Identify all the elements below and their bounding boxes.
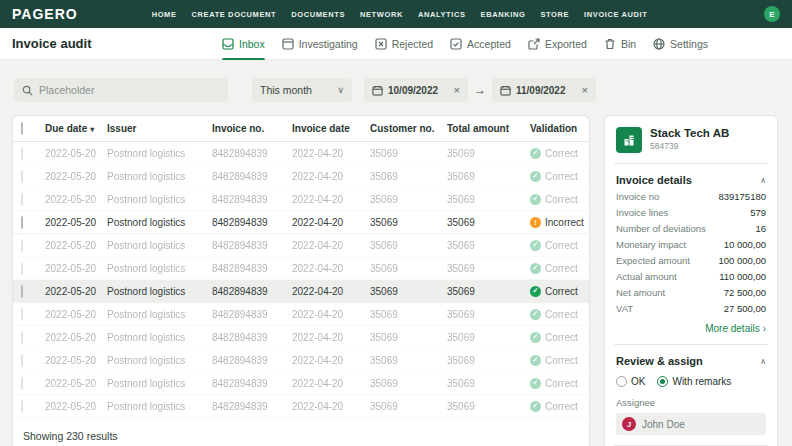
table-row[interactable]: 2022-05-20 Postnord logistics 8482894839… — [13, 211, 589, 234]
tab-bin[interactable]: Bin — [604, 28, 636, 60]
validation-status-icon: ✓ — [530, 401, 541, 412]
row-checkbox[interactable] — [21, 170, 23, 183]
column-issuer[interactable]: Issuer — [107, 123, 212, 134]
calendar-icon — [500, 85, 511, 96]
table-row[interactable]: 2022-05-20 Postnord logistics 8482894839… — [13, 165, 589, 188]
details-panel: Stack Tech AB 584739 Invoice details ∧ I… — [604, 115, 778, 446]
table-row[interactable]: 2022-05-20 Postnord logistics 8482894839… — [13, 188, 589, 211]
row-checkbox[interactable] — [21, 262, 23, 275]
table-row[interactable]: 2022-05-20 Postnord logistics 8482894839… — [13, 257, 589, 280]
table-row[interactable]: 2022-05-20 Postnord logistics 8482894839… — [13, 349, 589, 372]
column-validation[interactable]: Validation — [530, 123, 589, 134]
company-name: Stack Tech AB — [650, 127, 729, 139]
validation-status-icon: ✓ — [530, 378, 541, 389]
radio-icon — [616, 376, 627, 387]
collapse-icon[interactable]: ∧ — [760, 357, 766, 366]
filter-bar: Placeholder This month ∨ 10/09/2022 × → … — [14, 78, 602, 102]
company-header: Stack Tech AB 584739 — [616, 127, 766, 153]
detail-row: Monetary impact10 000,00 — [616, 239, 766, 250]
tab-investigating[interactable]: Investigating — [282, 28, 358, 60]
nav-item-documents[interactable]: DOCUMENTS — [291, 10, 345, 19]
column-due-date[interactable]: Due date▾ — [45, 123, 107, 134]
tab-accepted[interactable]: Accepted — [450, 28, 511, 60]
tab-settings[interactable]: Settings — [653, 28, 708, 60]
row-checkbox[interactable] — [21, 377, 23, 390]
settings-globe-icon — [653, 38, 665, 50]
validation-status-icon: ! — [530, 217, 541, 228]
clear-date-to-icon[interactable]: × — [582, 84, 588, 96]
validation-status-icon: ✓ — [530, 286, 541, 297]
detail-row: Number of deviations16 — [616, 223, 766, 234]
date-to-input[interactable]: 11/09/2022 × — [492, 78, 596, 102]
radio-ok[interactable]: OK — [616, 376, 645, 387]
table-row[interactable]: 2022-05-20 Postnord logistics 8482894839… — [13, 326, 589, 349]
pagero-logo: PAGERO — [12, 6, 78, 22]
detail-row: VAT27 500,00 — [616, 303, 766, 314]
select-all-checkbox[interactable] — [21, 122, 23, 135]
collapse-icon[interactable]: ∧ — [760, 176, 766, 185]
validation-status-icon: ✓ — [530, 171, 541, 182]
nav-item-invoice-audit[interactable]: INVOICE AUDIT — [584, 10, 647, 19]
invoice-details-list: Invoice no839175180Invoice lines579Numbe… — [616, 191, 766, 314]
review-assign-section-header: Review & assign ∧ — [616, 355, 766, 367]
nav-item-network[interactable]: NETWORK — [360, 10, 403, 19]
nav-item-analytics[interactable]: ANALYTICS — [418, 10, 466, 19]
tab-rejected[interactable]: Rejected — [375, 28, 433, 60]
validation-badge: ✓ Correct — [530, 355, 589, 366]
row-checkbox[interactable] — [21, 147, 23, 160]
table-row[interactable]: 2022-05-20 Postnord logistics 8482894839… — [13, 372, 589, 395]
assignee-chip[interactable]: J John Doe — [616, 413, 766, 435]
clear-date-from-icon[interactable]: × — [454, 84, 460, 96]
top-nav-menu: HOME CREATE DOCUMENT DOCUMENTS NETWORK A… — [152, 10, 648, 19]
validation-status-icon: ✓ — [530, 355, 541, 366]
column-invoice-no[interactable]: Invoice no. — [212, 123, 292, 134]
company-building-icon — [616, 127, 642, 153]
row-checkbox[interactable] — [21, 354, 23, 367]
table-row[interactable]: 2022-05-20 Postnord logistics 8482894839… — [13, 280, 589, 303]
assignee-name: John Doe — [642, 419, 685, 430]
validation-badge: ! Incorrect — [530, 217, 589, 228]
nav-item-create-document[interactable]: CREATE DOCUMENT — [192, 10, 277, 19]
row-checkbox[interactable] — [21, 400, 23, 413]
tab-exported[interactable]: Exported — [528, 28, 587, 60]
search-placeholder: Placeholder — [39, 84, 94, 96]
tab-inbox[interactable]: Inbox — [222, 28, 265, 60]
nav-item-ebanking[interactable]: EBANKING — [481, 10, 526, 19]
more-details-link[interactable]: More details › — [616, 323, 766, 334]
validation-status-icon: ✓ — [530, 332, 541, 343]
user-avatar[interactable]: E — [764, 6, 780, 22]
row-checkbox[interactable] — [21, 216, 23, 229]
sort-desc-icon: ▾ — [90, 125, 94, 134]
column-customer-no[interactable]: Customer no. — [370, 123, 447, 134]
detail-row: Invoice lines579 — [616, 207, 766, 218]
row-checkbox[interactable] — [21, 308, 23, 321]
table-row[interactable]: 2022-05-20 Postnord logistics 8482894839… — [13, 234, 589, 257]
row-checkbox[interactable] — [21, 193, 23, 206]
radio-with-remarks[interactable]: With remarks — [657, 376, 731, 387]
row-checkbox[interactable] — [21, 285, 23, 298]
table-row[interactable]: 2022-05-20 Postnord logistics 8482894839… — [13, 395, 589, 418]
page-title: Invoice audit — [12, 36, 91, 51]
detail-row: Invoice no839175180 — [616, 191, 766, 202]
divider — [614, 163, 768, 164]
nav-item-home[interactable]: HOME — [152, 10, 177, 19]
nav-item-store[interactable]: STORE — [540, 10, 569, 19]
column-invoice-date[interactable]: Invoice date — [292, 123, 370, 134]
chevron-right-icon: › — [763, 323, 766, 334]
validation-badge: ✓ Correct — [530, 401, 589, 412]
date-from-input[interactable]: 10/09/2022 × — [364, 78, 468, 102]
validation-badge: ✓ Correct — [530, 332, 589, 343]
table-row[interactable]: 2022-05-20 Postnord logistics 8482894839… — [13, 303, 589, 326]
divider — [614, 344, 768, 345]
table-header-row: Due date▾ Issuer Invoice no. Invoice dat… — [13, 116, 589, 142]
inbox-icon — [222, 38, 234, 50]
table-row[interactable]: 2022-05-20 Postnord logistics 8482894839… — [13, 142, 589, 165]
date-range-select[interactable]: This month ∨ — [252, 78, 352, 102]
row-checkbox[interactable] — [21, 239, 23, 252]
detail-row: Actual amount110 000,00 — [616, 271, 766, 282]
search-input[interactable]: Placeholder — [14, 78, 228, 102]
validation-status-icon: ✓ — [530, 240, 541, 251]
column-total-amount[interactable]: Total amount — [447, 123, 530, 134]
page-header: Invoice audit Inbox Investigating Reject… — [0, 28, 792, 60]
row-checkbox[interactable] — [21, 331, 23, 344]
